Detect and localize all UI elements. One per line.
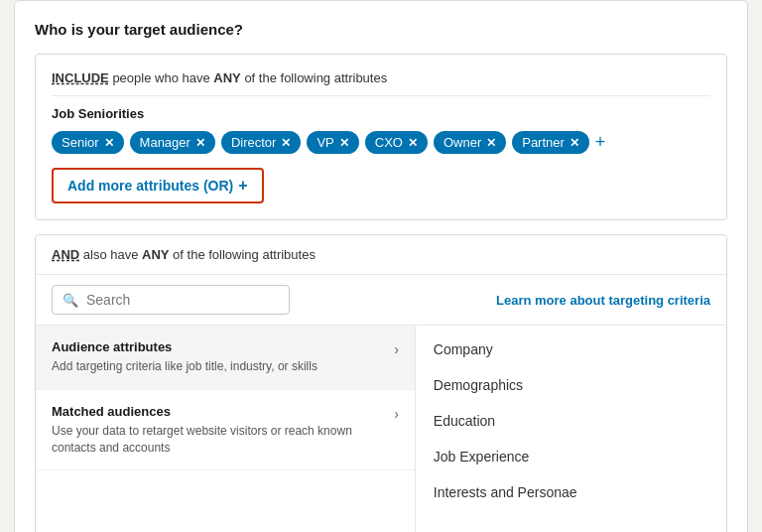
and-section: AND also have ANY of the following attri… <box>35 234 727 532</box>
right-item-2[interactable]: Education <box>416 403 726 439</box>
seniority-label: Job Seniorities <box>52 106 710 121</box>
tag-label: Partner <box>522 135 565 150</box>
tag-owner[interactable]: Owner ✕ <box>434 131 506 154</box>
include-description: INCLUDE people who have ANY of the follo… <box>52 70 710 96</box>
search-icon: 🔍 <box>63 293 78 308</box>
include-section: INCLUDE people who have ANY of the follo… <box>35 54 727 220</box>
include-suffix: of the following attributes <box>241 70 387 85</box>
left-item-desc-0: Add targeting criteria like job title, i… <box>52 358 318 375</box>
and-keyword: AND <box>52 247 79 262</box>
tag-senior[interactable]: Senior ✕ <box>52 131 124 154</box>
right-item-3[interactable]: Job Experience <box>416 439 726 474</box>
any-keyword: ANY <box>213 70 240 85</box>
page-question: Who is your target audience? <box>35 21 727 38</box>
tag-remove-icon[interactable]: ✕ <box>570 136 579 150</box>
add-attributes-button[interactable]: Add more attributes (OR) + <box>52 168 264 203</box>
tag-remove-icon[interactable]: ✕ <box>104 136 114 150</box>
left-item-1[interactable]: Matched audiences Use your data to retar… <box>36 390 415 471</box>
left-item-0[interactable]: Audience attributes Add targeting criter… <box>36 326 415 390</box>
tag-label: CXO <box>375 135 403 150</box>
left-item-title-0: Audience attributes <box>52 339 318 354</box>
tag-label: Manager <box>140 135 190 150</box>
tag-remove-icon[interactable]: ✕ <box>281 136 291 150</box>
and-description: AND also have ANY of the following attri… <box>36 235 726 275</box>
two-col-layout: Audience attributes Add targeting criter… <box>36 326 726 532</box>
tag-vp[interactable]: VP ✕ <box>307 131 358 154</box>
tag-manager[interactable]: Manager ✕ <box>130 131 215 154</box>
tag-label: Owner <box>444 135 481 150</box>
search-row: 🔍 Learn more about targeting criteria <box>36 275 726 326</box>
tag-remove-icon[interactable]: ✕ <box>339 136 349 150</box>
tag-remove-icon[interactable]: ✕ <box>486 136 496 150</box>
search-input-wrapper[interactable]: 🔍 <box>52 285 290 315</box>
tag-label: VP <box>317 135 333 150</box>
tags-row: Senior ✕Manager ✕Director ✕VP ✕CXO ✕Owne… <box>52 131 710 154</box>
tag-partner[interactable]: Partner ✕ <box>512 131 589 154</box>
tag-label: Director <box>231 135 277 150</box>
right-item-1[interactable]: Demographics <box>416 367 726 403</box>
chevron-right-icon: › <box>394 406 399 422</box>
learn-more-link[interactable]: Learn more about targeting criteria <box>496 293 710 308</box>
right-item-0[interactable]: Company <box>416 332 726 367</box>
left-col: Audience attributes Add targeting criter… <box>36 326 416 532</box>
add-tag-plus-button[interactable]: + <box>595 132 606 153</box>
main-container: Who is your target audience? INCLUDE peo… <box>14 0 748 532</box>
tag-remove-icon[interactable]: ✕ <box>408 136 418 150</box>
search-input[interactable] <box>86 292 279 308</box>
right-item-4[interactable]: Interests and Personae <box>416 474 726 510</box>
include-text: people who have <box>109 70 214 85</box>
and-suffix: of the following attributes <box>170 247 316 262</box>
tag-remove-icon[interactable]: ✕ <box>195 136 205 150</box>
any-keyword-2: ANY <box>142 247 169 262</box>
tag-cxo[interactable]: CXO ✕ <box>365 131 428 154</box>
left-item-desc-1: Use your data to retarget website visito… <box>52 423 386 457</box>
chevron-right-icon: › <box>394 341 399 357</box>
include-keyword: INCLUDE <box>52 70 109 85</box>
left-item-title-1: Matched audiences <box>52 404 386 419</box>
tag-director[interactable]: Director ✕ <box>221 131 302 154</box>
add-attributes-plus-icon: + <box>238 177 247 195</box>
and-text: also have <box>79 247 142 262</box>
tag-label: Senior <box>62 135 99 150</box>
add-attributes-label: Add more attributes (OR) <box>67 178 233 194</box>
right-col: CompanyDemographicsEducationJob Experien… <box>416 326 726 532</box>
